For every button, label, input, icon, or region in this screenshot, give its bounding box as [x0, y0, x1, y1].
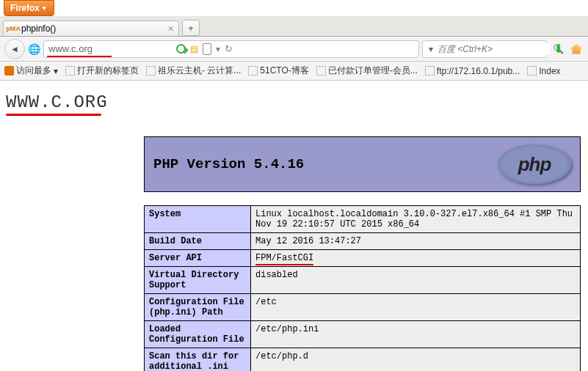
- bookmarks-bar: 访问最多 ▾ 打开新的标签页 祖乐云主机- 云计算... 51CTO-博客 已付…: [0, 62, 588, 81]
- info-key: Configuration File (php.ini) Path: [145, 294, 251, 321]
- info-value: May 12 2016 13:47:27: [251, 233, 581, 250]
- php-version-title: PHP Version 5.4.16: [153, 156, 304, 172]
- tab-phpinfo[interactable]: pMA phpinfo() ✕: [3, 21, 179, 36]
- table-row: SystemLinux localhost.localdomain 3.10.0…: [145, 206, 581, 233]
- bookmark-icon: [527, 66, 537, 76]
- info-key: System: [145, 206, 251, 233]
- bookmark-ftp[interactable]: ftp://172.16.0.1/pub...: [425, 66, 520, 76]
- bookmark-icon: [316, 66, 326, 76]
- phpinfo-header: PHP Version 5.4.16 php: [144, 136, 581, 192]
- phpinfo-table: SystemLinux localhost.localdomain 3.10.0…: [144, 205, 581, 371]
- url-bar[interactable]: ▤ ▾ ↻: [43, 40, 419, 58]
- bookmark-newtab[interactable]: 打开新的标签页: [65, 65, 139, 77]
- info-key: Server API: [145, 250, 251, 267]
- info-key: Loaded Configuration File: [145, 321, 251, 348]
- info-key: Virtual Directory Support: [145, 267, 251, 294]
- tab-title: phpinfo(): [21, 23, 56, 34]
- dropdown-icon[interactable]: ▾: [216, 44, 220, 54]
- firefox-menu-button[interactable]: Firefox: [4, 0, 54, 16]
- url-icons: ▤ ▾ ↻: [176, 43, 233, 55]
- share-icon[interactable]: [176, 44, 186, 54]
- bookmark-icon: [4, 66, 14, 76]
- page-content: WWW.C.ORG PHP Version 5.4.16 php SystemL…: [0, 81, 588, 371]
- info-value: Linux localhost.localdomain 3.10.0-327.e…: [251, 206, 581, 233]
- info-value: FPM/FastCGI: [251, 250, 581, 267]
- info-key: Scan this dir for additional .ini files: [145, 348, 251, 372]
- bookmark-zuleyun[interactable]: 祖乐云主机- 云计算...: [146, 65, 241, 77]
- search-box[interactable]: ▾ 🔍: [422, 40, 547, 58]
- info-key: Build Date: [145, 233, 251, 250]
- table-row: Configuration File (php.ini) Path/etc: [145, 294, 581, 321]
- bookmark-most-visited[interactable]: 访问最多 ▾: [4, 65, 58, 77]
- search-dropdown-icon[interactable]: ▾: [429, 44, 433, 54]
- new-tab-button[interactable]: +: [182, 20, 200, 36]
- table-row: Virtual Directory Supportdisabled: [145, 267, 581, 294]
- info-value: /etc/php.ini: [251, 321, 581, 348]
- device-icon[interactable]: [203, 43, 211, 55]
- bookmark-icon: [146, 66, 156, 76]
- info-value: disabled: [251, 267, 581, 294]
- close-tab-icon[interactable]: ✕: [167, 24, 174, 34]
- globe-icon: 🌐: [28, 43, 40, 55]
- bookmark-icon: [425, 66, 435, 76]
- nav-bar: ◄ 🌐 ▤ ▾ ↻ ▾ 🔍 ⬇: [0, 37, 588, 62]
- page-hostname: WWW.C.ORG: [6, 92, 582, 112]
- home-button[interactable]: [569, 42, 584, 56]
- bookmark-orders[interactable]: 已付款订单管理-会员...: [316, 65, 418, 77]
- rss-icon[interactable]: ▤: [190, 44, 198, 54]
- url-input[interactable]: [47, 43, 173, 55]
- dropdown-icon: ▾: [54, 66, 58, 76]
- table-row: Server APIFPM/FastCGI: [145, 250, 581, 267]
- tab-strip: pMA phpinfo() ✕ +: [0, 16, 588, 37]
- back-button[interactable]: ◄: [4, 39, 25, 59]
- phpinfo-container: PHP Version 5.4.16 php SystemLinux local…: [144, 136, 581, 371]
- annotation-underline: [6, 114, 101, 116]
- info-value: /etc: [251, 294, 581, 321]
- downloads-button[interactable]: ⬇: [550, 41, 566, 57]
- php-logo: php: [498, 144, 571, 184]
- bookmark-51cto[interactable]: 51CTO-博客: [248, 65, 308, 77]
- table-row: Loaded Configuration File/etc/php.ini: [145, 321, 581, 348]
- bookmark-index[interactable]: Index: [527, 66, 560, 76]
- info-value: /etc/php.d: [251, 348, 581, 372]
- search-input[interactable]: [436, 43, 550, 55]
- phpmyadmin-icon: pMA: [8, 23, 18, 34]
- table-row: Scan this dir for additional .ini files/…: [145, 348, 581, 372]
- reload-icon[interactable]: ↻: [225, 43, 233, 54]
- bookmark-icon: [248, 66, 258, 76]
- bookmark-icon: [65, 66, 75, 76]
- table-row: Build DateMay 12 2016 13:47:27: [145, 233, 581, 250]
